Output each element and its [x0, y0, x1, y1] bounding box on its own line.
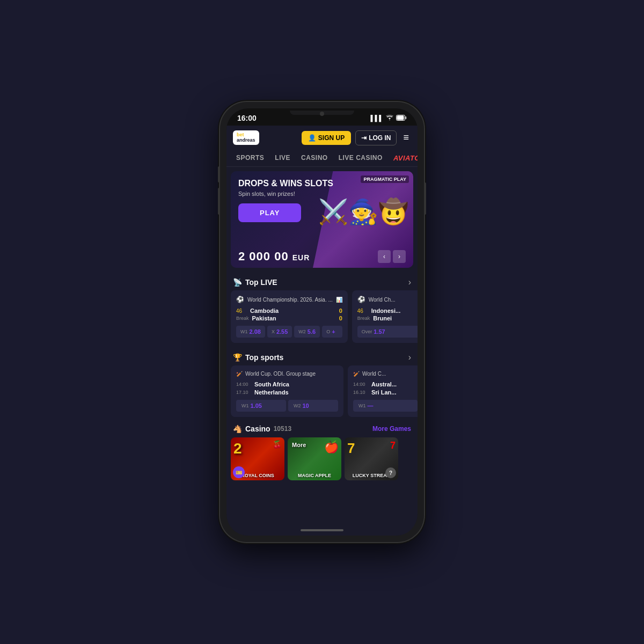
live-event-card-1: ⚽ World Championship. 2026. Asia. ... 📊 …	[231, 290, 348, 343]
cricket-icon-1: 🏏	[236, 371, 243, 377]
top-sports-more-button[interactable]: ›	[408, 353, 411, 362]
event-1-team2-row: Break Pakistan 0	[236, 315, 342, 321]
odd-over-value: 1.57	[374, 328, 385, 335]
event-1-header: ⚽ World Championship. 2026. Asia. ... 📊	[236, 296, 342, 303]
sport-2-team1: Austral...	[371, 381, 397, 387]
sport-odd-w2-value: 10	[303, 402, 309, 409]
game-2-label: MAGIC APPLE	[290, 473, 339, 478]
app-header: bet andreas 👤 SIGN UP ⇥ LOG IN ≡	[226, 126, 418, 150]
status-icons: ▌▌▌	[371, 115, 407, 122]
banner-next-button[interactable]: ›	[393, 250, 406, 263]
odd-w2-label: W2	[298, 329, 306, 334]
casino-section: 🐴 Casino 10513 More Games 2 🍒 ROYAL COIN…	[226, 421, 418, 485]
live-event-card-2: ⚽ World Ch... 46 Indonesi... Break Brune…	[352, 290, 418, 343]
phone-frame: 16:00 ▌▌▌	[220, 102, 424, 542]
live-events-scroll: ⚽ World Championship. 2026. Asia. ... 📊 …	[226, 290, 418, 347]
event-1-minute: 46	[236, 308, 247, 314]
banner-footer: 2 000 00 EUR ‹ ›	[238, 250, 406, 264]
home-indicator	[226, 525, 418, 536]
nav-aviator[interactable]: Aviator	[388, 150, 418, 166]
event-2-team1-row: 46 Indonesi...	[357, 308, 418, 314]
svg-rect-1	[405, 116, 407, 119]
cricket-icon-2: 🏏	[353, 371, 360, 377]
game-card-2[interactable]: 🍎 More MAGIC APPLE	[288, 437, 341, 480]
signal-icon: ▌▌▌	[371, 115, 383, 121]
banner-title: DROPS & WINS SLOTS	[238, 179, 406, 188]
game-card-3[interactable]: 7 7 LUCKY STREAK ?	[345, 437, 398, 480]
event-1-team1-info: 46 Cambodia	[236, 308, 279, 314]
odd-o-label: O	[326, 329, 330, 334]
sport-odd-w2-btn[interactable]: W2 10	[288, 400, 338, 412]
casino-header: 🐴 Casino 10513 More Games	[231, 421, 413, 437]
game-1-ticket-icon: 🎫	[233, 466, 245, 478]
nav-live[interactable]: LIVE	[269, 150, 296, 166]
top-sports-title: 🏆 Top sports	[233, 353, 283, 362]
event-2-title: World Ch...	[369, 297, 418, 303]
sport-odd-w1-value: 1.05	[251, 402, 262, 409]
odd-w2-btn[interactable]: W2 5.6	[294, 326, 320, 338]
odd-w1-label: W1	[240, 329, 248, 334]
wifi-icon	[386, 115, 393, 122]
odd-w1-btn[interactable]: W1 2.08	[236, 326, 265, 338]
menu-button[interactable]: ≡	[401, 130, 411, 145]
casino-count: 10513	[274, 425, 291, 433]
odd-o-btn[interactable]: O +	[322, 326, 342, 338]
event-2-header: ⚽ World Ch...	[357, 296, 418, 303]
banner-navigation: ‹ ›	[378, 250, 406, 263]
nav-sports[interactable]: SPORTS	[231, 150, 269, 166]
nav-live-casino[interactable]: LIVE CASINO	[333, 150, 388, 166]
volume-btn-2	[218, 188, 220, 215]
event-1-team2-name: Pakistan	[252, 315, 276, 321]
casino-horse-icon: 🐴	[233, 425, 242, 433]
main-content: PRAGMATIC PLAY ⚔️🧙🤠 DROPS & WINS SLOTS S…	[226, 167, 418, 525]
more-games-button[interactable]: More Games	[372, 425, 411, 433]
sport-odd-w1-btn[interactable]: W1 1.05	[236, 400, 286, 412]
sport-1-odds: W1 1.05 W2 10	[236, 400, 338, 412]
sport-2-odds: W1 —	[353, 400, 418, 412]
event-1-status: Break	[236, 316, 249, 321]
event-1-score2: 0	[339, 315, 342, 321]
signup-button[interactable]: 👤 SIGN UP	[302, 131, 351, 145]
odd-x-btn[interactable]: X 2.55	[267, 326, 292, 338]
odd-w1-value: 2.08	[250, 328, 261, 335]
game-card-1[interactable]: 2 🍒 ROYAL COINS 🎫	[231, 437, 284, 480]
status-time: 16:00	[237, 114, 257, 122]
event-2-team1-info: 46 Indonesi...	[357, 308, 400, 314]
sport-odd-w2-label: W2	[294, 403, 301, 408]
odd-over-label: Over	[362, 329, 372, 334]
event-2-team2-info: Break Brunei	[357, 315, 392, 321]
game-3-lucky: 7	[347, 440, 355, 457]
odd-w2-value: 5.6	[308, 328, 316, 335]
sport-2-team1-row: 14:00 Austral...	[353, 381, 418, 387]
event-1-score1: 0	[339, 308, 342, 314]
banner-subtitle: Spin slots, win prizes!	[238, 191, 406, 197]
sports-events-scroll: 🏏 World Cup. ODI. Group stage 14:00 Sout…	[226, 365, 418, 421]
battery-icon	[396, 115, 407, 122]
event-1-team1-name: Cambodia	[250, 308, 279, 314]
event-2-team2-row: Break Brunei	[357, 315, 418, 321]
login-arrow-icon: ⇥	[361, 134, 367, 142]
odd-over-btn[interactable]: Over 1.57	[357, 326, 418, 338]
game-3-lucky2: 7	[390, 440, 396, 451]
game-2-more-label: More	[292, 442, 306, 448]
play-button[interactable]: PLAY	[238, 203, 301, 222]
svg-rect-2	[397, 115, 404, 120]
camera-dot	[320, 112, 324, 116]
sport-card-1: 🏏 World Cup. ODI. Group stage 14:00 Sout…	[231, 365, 343, 417]
nav-casino[interactable]: CASINO	[296, 150, 333, 166]
sport-1-time1: 14:00	[236, 382, 251, 387]
sport-2-odd-w1-btn[interactable]: W1 —	[353, 400, 418, 412]
banner-prev-button[interactable]: ‹	[378, 250, 391, 263]
event-2-minute: 46	[357, 308, 368, 314]
game-3-question-icon: ?	[385, 467, 396, 478]
event-1-odds: W1 2.08 X 2.55 W2 5.6 O	[236, 326, 342, 338]
login-button[interactable]: ⇥ LOG IN	[355, 130, 397, 145]
sport-1-team1: South Africa	[254, 381, 289, 387]
top-live-more-button[interactable]: ›	[408, 277, 411, 287]
sport-1-title: 🏏 World Cup. ODI. Group stage	[236, 371, 338, 377]
live-dot-icon: 📡	[233, 278, 242, 287]
home-bar	[301, 529, 343, 531]
sports-icon: 🏆	[233, 353, 242, 362]
sport-2-odd-w1-value: —	[368, 402, 374, 409]
soccer-icon-1: ⚽	[236, 296, 244, 303]
